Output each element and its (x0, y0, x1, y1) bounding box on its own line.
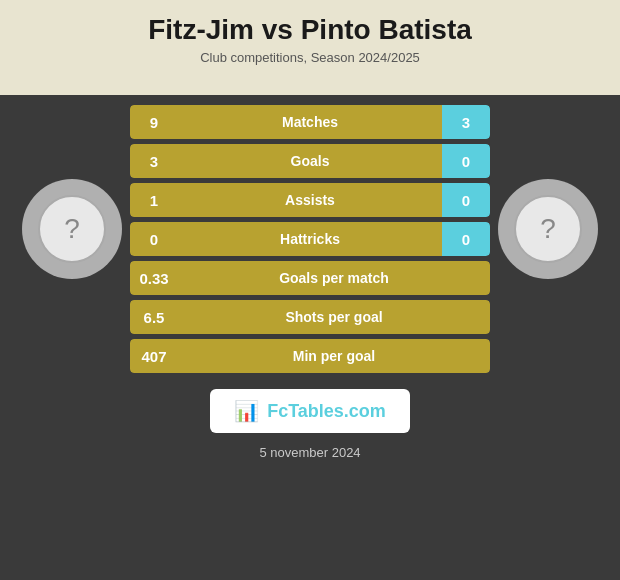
stat-label-text: Goals per match (178, 261, 490, 295)
branding-text-plain: Fc (267, 401, 288, 421)
stat-left-value: 3 (130, 144, 178, 178)
avatar-left: ? (22, 179, 122, 279)
header-section: Fitz-Jim vs Pinto Batista Club competiti… (0, 0, 620, 95)
stat-left-value: 9 (130, 105, 178, 139)
stat-left-value: 407 (130, 339, 178, 373)
stat-right-value: 0 (442, 183, 490, 217)
branding-text: FcTables.com (267, 401, 386, 422)
avatar-right: ? (498, 179, 598, 279)
stat-left-value: 0 (130, 222, 178, 256)
stat-left-value: 1 (130, 183, 178, 217)
branding-icon: 📊 (234, 399, 259, 423)
avatar-left-icon: ? (64, 213, 80, 245)
avatar-left-inner: ? (38, 195, 106, 263)
match-subtitle: Club competitions, Season 2024/2025 (20, 50, 600, 65)
branding-section: 📊 FcTables.com (210, 389, 410, 433)
stat-row-goals: 3Goals0 (130, 144, 490, 178)
stats-table: 9Matches33Goals01Assists00Hattricks00.33… (130, 105, 490, 373)
stat-row-min-per-goal: 407Min per goal (130, 339, 490, 373)
date-label: 5 november 2024 (259, 445, 360, 460)
stat-label-text: Assists (178, 183, 442, 217)
stat-row-goals-per-match: 0.33Goals per match (130, 261, 490, 295)
stat-left-value: 0.33 (130, 261, 178, 295)
stat-label-text: Hattricks (178, 222, 442, 256)
stat-right-value: 3 (442, 105, 490, 139)
stat-row-hattricks: 0Hattricks0 (130, 222, 490, 256)
stat-label-text: Min per goal (178, 339, 490, 373)
match-title: Fitz-Jim vs Pinto Batista (20, 14, 600, 46)
stat-row-assists: 1Assists0 (130, 183, 490, 217)
card: Fitz-Jim vs Pinto Batista Club competiti… (0, 0, 620, 580)
branding-text-accent: Tables.com (288, 401, 386, 421)
stat-row-matches: 9Matches3 (130, 105, 490, 139)
stat-label-text: Matches (178, 105, 442, 139)
stat-right-value: 0 (442, 222, 490, 256)
stat-row-shots-per-goal: 6.5Shots per goal (130, 300, 490, 334)
stat-label-text: Shots per goal (178, 300, 490, 334)
main-content: ? 9Matches33Goals01Assists00Hattricks00.… (0, 95, 620, 373)
stat-right-value: 0 (442, 144, 490, 178)
stat-label-text: Goals (178, 144, 442, 178)
stat-left-value: 6.5 (130, 300, 178, 334)
avatar-right-inner: ? (514, 195, 582, 263)
avatar-right-icon: ? (540, 213, 556, 245)
